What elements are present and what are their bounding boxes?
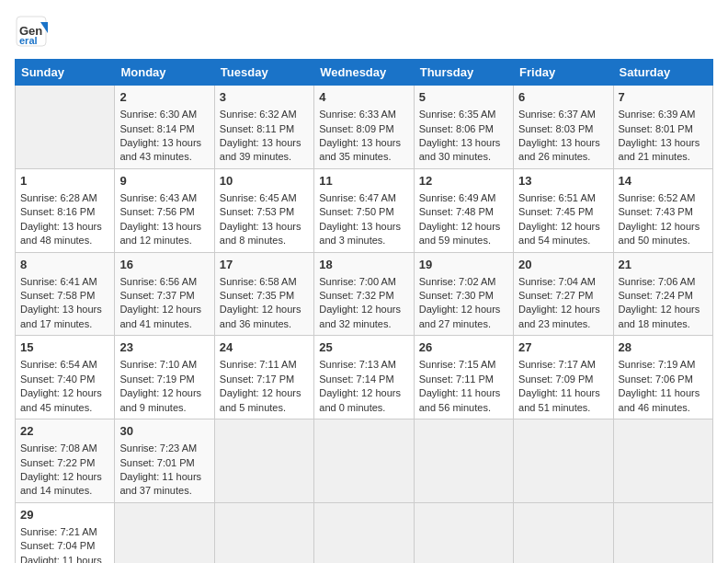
cell-text: Sunset: 7:58 PM — [20, 290, 95, 301]
cell-text: Sunrise: 7:08 AM — [20, 442, 97, 454]
cell-text: and 48 minutes. — [20, 235, 92, 246]
cell-text: Sunrise: 7:04 AM — [518, 276, 596, 287]
cell-text: Sunset: 8:14 PM — [119, 123, 194, 134]
cell-text: Daylight: 12 hours — [419, 304, 501, 315]
calendar-cell — [514, 502, 613, 563]
calendar-cell: 1Sunrise: 6:28 AMSunset: 8:16 PMDaylight… — [16, 168, 115, 252]
day-number: 12 — [419, 173, 508, 190]
cell-text: Daylight: 12 hours — [319, 387, 401, 398]
weekday-header-row: SundayMondayTuesdayWednesdayThursdayFrid… — [16, 60, 713, 86]
calendar-cell: 24Sunrise: 7:11 AMSunset: 7:17 PMDayligh… — [214, 336, 313, 419]
day-number: 30 — [119, 423, 209, 440]
cell-text: Sunset: 7:17 PM — [220, 373, 294, 385]
cell-text: Sunrise: 7:13 AM — [319, 359, 396, 370]
weekday-header-sunday: Sunday — [16, 60, 115, 86]
cell-text: Daylight: 13 hours — [119, 137, 201, 148]
weekday-header-monday: Monday — [115, 60, 214, 86]
svg-text:eral: eral — [19, 35, 38, 46]
calendar-cell: 12Sunrise: 6:49 AMSunset: 7:48 PMDayligh… — [414, 168, 513, 252]
cell-text: Daylight: 11 hours — [518, 387, 600, 398]
day-number: 14 — [619, 173, 708, 190]
cell-text: Sunset: 7:50 PM — [319, 206, 393, 217]
cell-text: Sunrise: 6:35 AM — [419, 109, 496, 120]
cell-text: and 46 minutes. — [619, 402, 690, 413]
cell-text: and 32 minutes. — [319, 318, 391, 329]
calendar-cell: 7Sunrise: 6:39 AMSunset: 8:01 PMDaylight… — [613, 86, 712, 169]
calendar-cell: 14Sunrise: 6:52 AMSunset: 7:43 PMDayligh… — [613, 168, 712, 252]
cell-text: Daylight: 12 hours — [419, 221, 501, 232]
weekday-header-tuesday: Tuesday — [214, 60, 313, 86]
calendar-cell: 23Sunrise: 7:10 AMSunset: 7:19 PMDayligh… — [115, 336, 214, 419]
cell-text: Sunset: 7:22 PM — [20, 457, 95, 468]
cell-text: Sunrise: 6:37 AM — [518, 109, 596, 120]
cell-text: Daylight: 13 hours — [220, 137, 301, 148]
cell-text: Sunset: 7:01 PM — [119, 457, 194, 468]
cell-text: Daylight: 13 hours — [518, 137, 600, 148]
cell-text: and 21 minutes. — [619, 151, 690, 162]
logo-icon: Gen eral — [15, 15, 48, 48]
calendar-cell: 13Sunrise: 6:51 AMSunset: 7:45 PMDayligh… — [514, 168, 613, 252]
cell-text: Sunset: 7:40 PM — [20, 373, 95, 385]
calendar-cell: 16Sunrise: 6:56 AMSunset: 7:37 PMDayligh… — [115, 252, 214, 336]
calendar-cell: 26Sunrise: 7:15 AMSunset: 7:11 PMDayligh… — [414, 336, 513, 419]
cell-text: Sunrise: 6:30 AM — [119, 109, 197, 120]
calendar-cell — [214, 502, 313, 563]
calendar-cell — [214, 419, 313, 503]
calendar-cell — [314, 419, 414, 503]
day-number: 10 — [220, 173, 309, 190]
cell-text: and 35 minutes. — [319, 151, 391, 162]
cell-text: Sunrise: 7:21 AM — [20, 526, 97, 537]
calendar-cell: 2Sunrise: 6:30 AMSunset: 8:14 PMDaylight… — [115, 86, 214, 169]
cell-text: Sunset: 7:56 PM — [119, 206, 194, 217]
day-number: 9 — [119, 173, 209, 190]
cell-text: Sunset: 7:27 PM — [518, 290, 593, 301]
day-number: 4 — [319, 89, 408, 106]
page-header: Gen eral — [15, 15, 713, 52]
calendar-cell: 20Sunrise: 7:04 AMSunset: 7:27 PMDayligh… — [514, 252, 613, 336]
cell-text: Sunrise: 6:28 AM — [20, 192, 97, 203]
day-number: 29 — [20, 507, 109, 523]
weekday-header-thursday: Thursday — [414, 60, 513, 86]
cell-text: Daylight: 11 hours — [20, 555, 102, 563]
cell-text: Sunrise: 6:41 AM — [20, 276, 97, 287]
cell-text: and 18 minutes. — [619, 318, 690, 329]
calendar-cell: 25Sunrise: 7:13 AMSunset: 7:14 PMDayligh… — [314, 336, 414, 419]
cell-text: Sunset: 8:09 PM — [319, 123, 393, 134]
cell-text: Daylight: 11 hours — [419, 387, 501, 398]
cell-text: Daylight: 13 hours — [319, 221, 401, 232]
cell-text: and 30 minutes. — [419, 151, 491, 162]
cell-text: Daylight: 12 hours — [619, 221, 700, 232]
cell-text: Daylight: 12 hours — [20, 471, 102, 482]
calendar-cell: 8Sunrise: 6:41 AMSunset: 7:58 PMDaylight… — [16, 252, 115, 336]
calendar-cell: 17Sunrise: 6:58 AMSunset: 7:35 PMDayligh… — [214, 252, 313, 336]
day-number: 23 — [119, 339, 209, 356]
day-number: 5 — [419, 89, 508, 106]
calendar-cell: 27Sunrise: 7:17 AMSunset: 7:09 PMDayligh… — [514, 336, 613, 419]
cell-text: Sunrise: 6:45 AM — [220, 192, 297, 203]
calendar-week-row: 22Sunrise: 7:08 AMSunset: 7:22 PMDayligh… — [16, 419, 713, 503]
calendar-cell — [16, 86, 115, 169]
cell-text: and 8 minutes. — [220, 235, 286, 246]
cell-text: and 23 minutes. — [518, 318, 590, 329]
calendar-week-row: 15Sunrise: 6:54 AMSunset: 7:40 PMDayligh… — [16, 336, 713, 419]
cell-text: and 50 minutes. — [619, 235, 690, 246]
calendar-week-row: 29Sunrise: 7:21 AMSunset: 7:04 PMDayligh… — [16, 502, 713, 563]
cell-text: and 39 minutes. — [220, 151, 291, 162]
cell-text: Daylight: 13 hours — [619, 137, 700, 148]
cell-text: Sunrise: 6:56 AM — [119, 276, 197, 287]
day-number: 27 — [518, 339, 608, 356]
cell-text: Sunset: 8:11 PM — [220, 123, 294, 134]
cell-text: Daylight: 13 hours — [220, 221, 301, 232]
cell-text: Sunset: 7:53 PM — [220, 206, 294, 217]
cell-text: Sunset: 7:24 PM — [619, 290, 693, 301]
calendar-cell: 29Sunrise: 7:21 AMSunset: 7:04 PMDayligh… — [16, 502, 115, 563]
cell-text: Sunset: 7:35 PM — [220, 290, 294, 301]
cell-text: and 5 minutes. — [220, 402, 286, 413]
cell-text: Daylight: 11 hours — [119, 471, 201, 482]
cell-text: and 51 minutes. — [518, 402, 590, 413]
cell-text: Sunrise: 6:32 AM — [220, 109, 297, 120]
cell-text: Sunrise: 7:11 AM — [220, 359, 297, 370]
calendar-cell — [414, 502, 513, 563]
cell-text: Sunset: 7:06 PM — [619, 373, 693, 385]
cell-text: Sunrise: 6:43 AM — [119, 192, 197, 203]
